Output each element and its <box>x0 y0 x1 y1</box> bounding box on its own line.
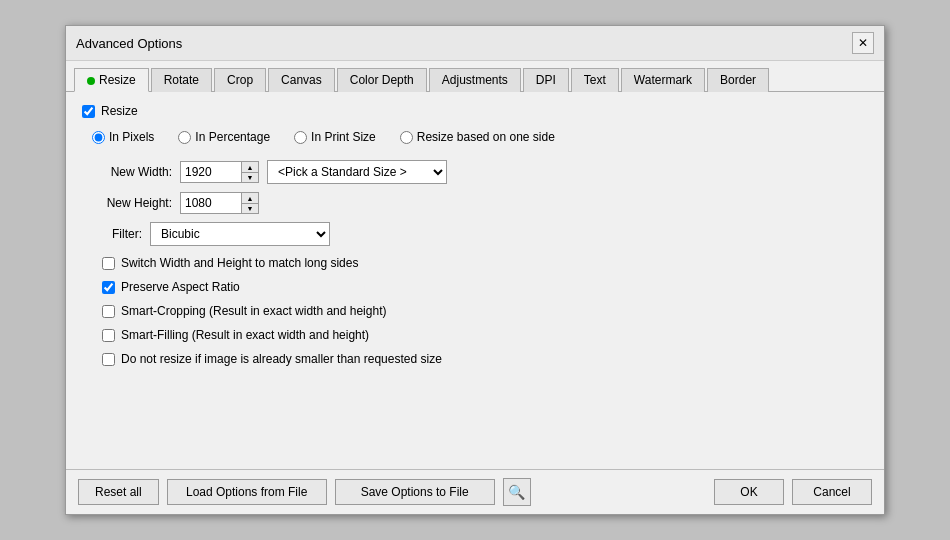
active-tab-indicator <box>87 77 95 85</box>
tab-rotate[interactable]: Rotate <box>151 68 212 92</box>
new-width-row: New Width: ▲ ▼ <Pick a Standard Size > 8… <box>82 160 868 184</box>
new-width-input[interactable] <box>181 162 241 182</box>
tabs-bar: Resize Rotate Crop Canvas Color Depth Ad… <box>66 61 884 92</box>
option-no-resize-smaller: Do not resize if image is already smalle… <box>102 352 868 366</box>
tab-crop[interactable]: Crop <box>214 68 266 92</box>
option-smart-fill: Smart-Filling (Result in exact width and… <box>102 328 868 342</box>
new-height-input[interactable] <box>181 193 241 213</box>
new-height-up-btn[interactable]: ▲ <box>242 193 258 203</box>
filter-label: Filter: <box>92 227 142 241</box>
load-options-button[interactable]: Load Options from File <box>167 479 327 505</box>
radio-one-side-input[interactable] <box>400 131 413 144</box>
radio-options-row: In Pixels In Percentage In Print Size Re… <box>82 130 868 144</box>
option-no-resize-smaller-checkbox[interactable] <box>102 353 115 366</box>
search-icon-button[interactable]: 🔍 <box>503 478 531 506</box>
radio-in-pixels: In Pixels <box>92 130 154 144</box>
new-height-down-btn[interactable]: ▼ <box>242 203 258 213</box>
tab-dpi[interactable]: DPI <box>523 68 569 92</box>
tab-border[interactable]: Border <box>707 68 769 92</box>
option-smart-fill-label[interactable]: Smart-Filling (Result in exact width and… <box>121 328 369 342</box>
radio-one-side-label[interactable]: Resize based on one side <box>417 130 555 144</box>
new-width-spin: ▲ ▼ <box>241 162 258 182</box>
option-preserve-aspect-checkbox[interactable] <box>102 281 115 294</box>
radio-percentage-label[interactable]: In Percentage <box>195 130 270 144</box>
option-switch-wh-checkbox[interactable] <box>102 257 115 270</box>
tab-text[interactable]: Text <box>571 68 619 92</box>
new-height-label: New Height: <box>92 196 172 210</box>
tab-resize[interactable]: Resize <box>74 68 149 92</box>
option-smart-crop: Smart-Cropping (Result in exact width an… <box>102 304 868 318</box>
tab-canvas[interactable]: Canvas <box>268 68 335 92</box>
options-section: Switch Width and Height to match long si… <box>82 256 868 366</box>
radio-in-print-size: In Print Size <box>294 130 376 144</box>
option-preserve-aspect: Preserve Aspect Ratio <box>102 280 868 294</box>
search-icon: 🔍 <box>508 484 525 500</box>
option-smart-crop-checkbox[interactable] <box>102 305 115 318</box>
radio-in-percentage: In Percentage <box>178 130 270 144</box>
new-height-spin: ▲ ▼ <box>241 193 258 213</box>
resize-checkbox-row: Resize <box>82 104 868 118</box>
new-height-row: New Height: ▲ ▼ <box>82 192 868 214</box>
radio-print-label[interactable]: In Print Size <box>311 130 376 144</box>
dialog: Advanced Options ✕ Resize Rotate Crop Ca… <box>65 25 885 515</box>
radio-print-input[interactable] <box>294 131 307 144</box>
tab-adjustments[interactable]: Adjustments <box>429 68 521 92</box>
resize-checkbox-label[interactable]: Resize <box>101 104 138 118</box>
radio-one-side: Resize based on one side <box>400 130 555 144</box>
new-width-up-btn[interactable]: ▲ <box>242 162 258 172</box>
close-button[interactable]: ✕ <box>852 32 874 54</box>
radio-pixels-label[interactable]: In Pixels <box>109 130 154 144</box>
tab-color-depth[interactable]: Color Depth <box>337 68 427 92</box>
option-no-resize-smaller-label[interactable]: Do not resize if image is already smalle… <box>121 352 442 366</box>
dialog-title: Advanced Options <box>76 36 182 51</box>
new-width-input-group: ▲ ▼ <box>180 161 259 183</box>
filter-row: Filter: Bicubic Bilinear Lanczos Nearest… <box>82 222 868 246</box>
radio-pixels-input[interactable] <box>92 131 105 144</box>
option-smart-fill-checkbox[interactable] <box>102 329 115 342</box>
title-bar: Advanced Options ✕ <box>66 26 884 61</box>
cancel-button[interactable]: Cancel <box>792 479 872 505</box>
tab-watermark[interactable]: Watermark <box>621 68 705 92</box>
standard-size-dropdown[interactable]: <Pick a Standard Size > 800x600 1024x768… <box>267 160 447 184</box>
reset-all-button[interactable]: Reset all <box>78 479 159 505</box>
new-height-input-group: ▲ ▼ <box>180 192 259 214</box>
option-switch-wh: Switch Width and Height to match long si… <box>102 256 868 270</box>
new-width-label: New Width: <box>92 165 172 179</box>
save-options-button[interactable]: Save Options to File <box>335 479 495 505</box>
option-preserve-aspect-label[interactable]: Preserve Aspect Ratio <box>121 280 240 294</box>
bottom-bar: Reset all Load Options from File Save Op… <box>66 469 884 514</box>
tab-content: Resize In Pixels In Percentage In Print … <box>66 92 884 469</box>
option-smart-crop-label[interactable]: Smart-Cropping (Result in exact width an… <box>121 304 386 318</box>
new-width-down-btn[interactable]: ▼ <box>242 172 258 182</box>
ok-button[interactable]: OK <box>714 479 784 505</box>
filter-dropdown[interactable]: Bicubic Bilinear Lanczos Nearest Neighbo… <box>150 222 330 246</box>
option-switch-wh-label[interactable]: Switch Width and Height to match long si… <box>121 256 358 270</box>
radio-percentage-input[interactable] <box>178 131 191 144</box>
resize-checkbox[interactable] <box>82 105 95 118</box>
